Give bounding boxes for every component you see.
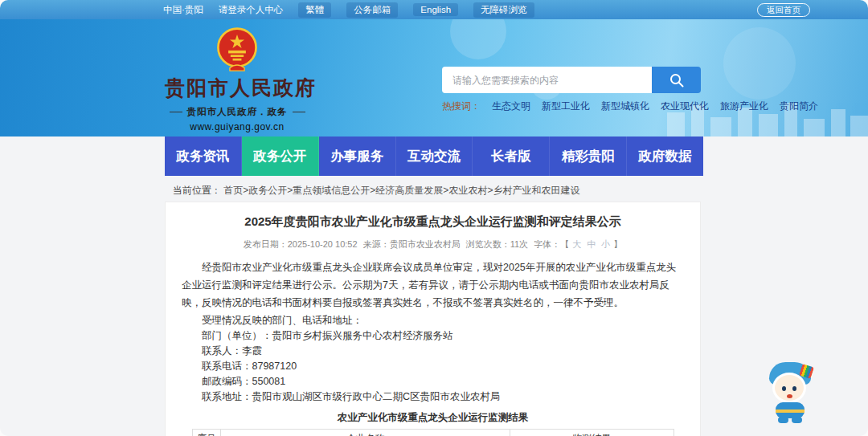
hot-word-agriculture[interactable]: 农业现代化 <box>661 100 709 113</box>
nav-item-services[interactable]: 办事服务 <box>319 137 396 176</box>
banner-decoration <box>723 27 796 100</box>
hot-word-industrialization[interactable]: 新型工业化 <box>542 100 590 113</box>
topbar-login-link[interactable]: 请登录个人中心 <box>219 4 284 16</box>
hot-word-guiyang-intro[interactable]: 贵阳简介 <box>780 100 818 113</box>
font-size-small[interactable]: 小 <box>601 239 610 249</box>
banner-decoration <box>450 19 506 59</box>
font-size-medium[interactable]: 中 <box>587 239 596 249</box>
contact-postcode: 邮政编码：550081 <box>182 375 684 389</box>
contact-person: 联系人：李霞 <box>182 344 684 358</box>
article-source: 来源：贵阳市农业农村局 <box>363 239 461 249</box>
paragraph-announcement: 经贵阳市农业产业化市级重点龙头企业联席会议成员单位审定，现对2025年开展的农业… <box>182 259 684 312</box>
font-size-large[interactable]: 大 <box>572 239 581 249</box>
header-seq: 序号 <box>192 429 221 436</box>
main-navigation: 政务资讯 政务公开 办事服务 互动交流 长者版 精彩贵阳 政府数据 <box>165 137 703 176</box>
hot-search-label: 热搜词： <box>442 100 481 113</box>
topbar-english[interactable]: English <box>413 3 458 16</box>
nav-item-gov-data[interactable]: 政府数据 <box>627 137 703 176</box>
search-button[interactable] <box>652 67 701 93</box>
topbar-traditional-chinese[interactable]: 繁體 <box>298 2 331 18</box>
search-input[interactable] <box>442 67 652 93</box>
table-caption: 农业产业化市级重点龙头企业运行监测结果 <box>182 411 684 425</box>
article-title: 2025年度贵阳市农业产业化市级重点龙头企业运行监测和评定结果公示 <box>182 214 684 230</box>
topbar-official-mailbox[interactable]: 公务邮箱 <box>346 2 398 18</box>
site-banner: 贵阳市人民政府 贵阳市人民政府．政务 www.guiyang.gov.cn 热搜… <box>0 19 868 137</box>
hot-word-tourism[interactable]: 旅游产业化 <box>720 100 768 113</box>
topbar-accessibility[interactable]: 无障碍浏览 <box>473 2 534 18</box>
search-area: 热搜词： 生态文明 新型工业化 新型城镇化 农业现代化 旅游产业化 贵阳简介 <box>442 67 701 113</box>
national-emblem-icon <box>214 26 260 72</box>
header-company: 企业名称 <box>221 429 510 436</box>
nav-item-interaction[interactable]: 互动交流 <box>396 137 473 176</box>
breadcrumb-path[interactable]: 首页>政务公开>重点领域信息公开>经济高质量发展>农业农村>乡村产业和农田建设 <box>223 185 579 196</box>
hot-search-row: 热搜词： 生态文明 新型工业化 新型城镇化 农业现代化 旅游产业化 贵阳简介 <box>442 100 701 113</box>
contact-address: 联系地址：贵阳市观山湖区市级行政中心二期C区贵阳市农业农村局 <box>182 390 684 404</box>
breadcrumb: 当前位置： 首页>政务公开>重点领域信息公开>经济高质量发展>农业农村>乡村产业… <box>173 184 579 198</box>
breadcrumb-label: 当前位置： <box>173 185 221 196</box>
hot-word-ecology[interactable]: 生态文明 <box>492 100 530 113</box>
mascot-body <box>776 402 805 418</box>
browser-page: 中国·贵阳 请登录个人中心 繁體 公务邮箱 English 无障碍浏览 返回首页… <box>0 0 868 436</box>
article-body: 经贵阳市农业产业化市级重点龙头企业联席会议成员单位审定，现对2025年开展的农业… <box>182 259 684 436</box>
nav-item-news[interactable]: 政务资讯 <box>165 137 242 176</box>
mascot-character-icon[interactable] <box>765 362 817 423</box>
site-title: 贵阳市人民政府 <box>165 75 309 101</box>
monitoring-result-table: 序号 企业名称 监测结果 1 贵州合力超市采购有限公司 合格 2 贵州友禾种业有… <box>192 429 674 436</box>
site-subtitle: 贵阳市人民政府．政务 <box>165 106 309 118</box>
article-card: 2025年度贵阳市农业产业化市级重点龙头企业运行监测和评定结果公示 发布日期：2… <box>165 202 701 436</box>
nav-item-senior-version[interactable]: 长者版 <box>473 137 550 176</box>
search-icon <box>669 72 685 88</box>
return-home-button[interactable]: 返回首页 <box>757 3 810 17</box>
topbar-china-guiyang[interactable]: 中国·贵阳 <box>163 4 203 16</box>
nav-item-wonderful-guiyang[interactable]: 精彩贵阳 <box>550 137 627 176</box>
font-size-bracket: 】 <box>613 239 622 249</box>
top-utility-bar: 中国·贵阳 请登录个人中心 繁體 公务邮箱 English 无障碍浏览 返回首页 <box>0 0 868 19</box>
site-url: www.guiyang.gov.cn <box>165 121 309 132</box>
hot-word-urbanization[interactable]: 新型城镇化 <box>601 100 649 113</box>
mascot-face <box>772 373 806 403</box>
contact-phone: 联系电话：87987120 <box>182 360 684 373</box>
view-count: 浏览次数：11次 <box>466 239 528 249</box>
contact-department: 部门（单位）：贵阳市乡村振兴服务中心农村经济服务站 <box>182 329 684 343</box>
table-header-row: 序号 企业名称 监测结果 <box>192 429 674 436</box>
font-size-label: 字体：【 <box>534 239 569 249</box>
site-logo-block[interactable]: 贵阳市人民政府 贵阳市人民政府．政务 www.guiyang.gov.cn <box>165 26 309 132</box>
nav-item-gov-disclosure[interactable]: 政务公开 <box>242 137 319 176</box>
article-meta: 发布日期：2025-10-20 10:52 来源：贵阳市农业农村局 浏览次数：1… <box>182 238 684 251</box>
paragraph-feedback-intro: 受理情况反映的部门、电话和地址： <box>182 314 684 328</box>
header-result: 监测结果 <box>510 429 674 436</box>
publish-date: 发布日期：2025-10-20 10:52 <box>244 239 358 249</box>
